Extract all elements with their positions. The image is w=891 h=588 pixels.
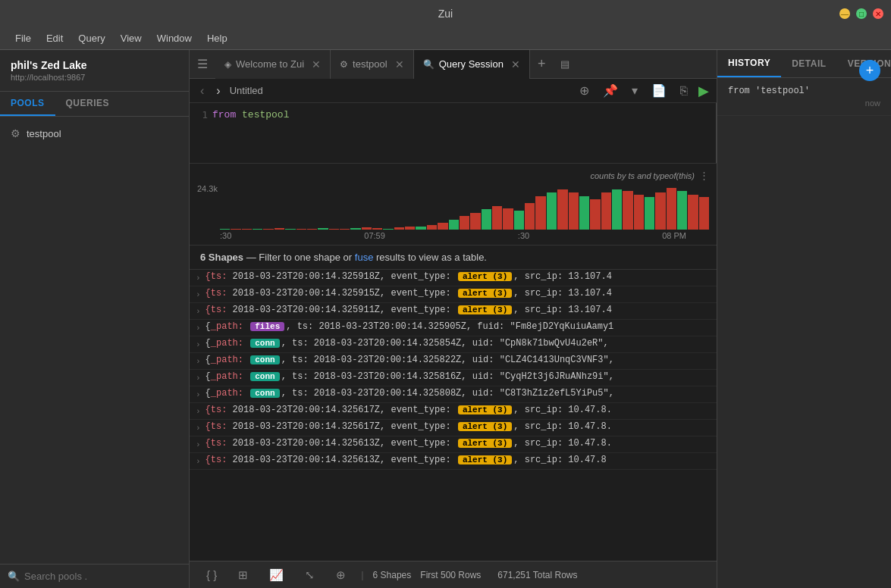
result-row[interactable]: ›{ts: 2018-03-23T20:00:14.325613Z, event… [190,453,717,470]
expand-icon[interactable]: › [196,338,201,349]
result-row[interactable]: ›{ts: 2018-03-23T20:00:14.325613Z, event… [190,436,717,453]
table-view-button[interactable]: ⊞ [232,565,254,585]
search-pools-input[interactable] [24,571,181,582]
code-editor[interactable]: from testpool [212,103,717,163]
expand-icon[interactable]: › [196,421,201,433]
titlebar-controls: — □ ✕ [839,8,883,19]
tab-welcome-close[interactable]: ✕ [312,58,321,70]
chart-bar [634,195,644,230]
merge-view-button[interactable]: ⊕ [330,565,352,585]
menu-query[interactable]: Query [71,33,112,44]
json-view-button[interactable]: { } [200,565,223,584]
expand-icon[interactable]: › [196,388,201,399]
result-row[interactable]: ›{ts: 2018-03-23T20:00:14.325918Z, event… [190,270,717,286]
result-row[interactable]: ›{_path: conn, ts: 2018-03-23T20:00:14.3… [190,336,717,353]
sidebar-item-testpool[interactable]: ⚙ testpool [0,123,189,144]
chart-bar [372,228,382,230]
doc-icon[interactable]: 📄 [648,82,670,99]
tab-testpool-close[interactable]: ✕ [395,58,404,70]
tab-bar: ☰ ◈ Welcome to Zui ✕ ⚙ testpool ✕ 🔍 Quer… [190,50,717,79]
result-row[interactable]: ›{ts: 2018-03-23T20:00:14.325911Z, event… [190,303,717,320]
tab-history[interactable]: HISTORY [717,50,781,77]
history-time: now [728,99,880,108]
sidebar-tab-queries[interactable]: QUERIES [55,92,121,116]
close-button[interactable]: ✕ [873,8,883,19]
run-button[interactable]: ▶ [698,83,709,99]
chart-menu-button[interactable]: ⋮ [699,170,709,181]
result-row[interactable]: ›{_path: conn, ts: 2018-03-23T20:00:14.3… [190,370,717,386]
menu-help[interactable]: Help [199,33,235,44]
expand-icon[interactable]: › [196,321,201,333]
result-row[interactable]: ›{_path: files, ts: 2018-03-23T20:00:14.… [190,320,717,336]
maximize-button[interactable]: □ [856,8,867,19]
result-row[interactable]: ›{ts: 2018-03-23T20:00:14.325915Z, event… [190,286,717,303]
chart-bar [699,197,709,230]
app-title: Zui [438,8,453,20]
back-button[interactable]: ‹ [197,83,207,99]
result-row[interactable]: ›{_path: conn, ts: 2018-03-23T20:00:14.3… [190,353,717,370]
menu-view[interactable]: View [113,33,149,44]
tab-query-icon: 🔍 [423,59,435,70]
expand-icon[interactable]: › [196,455,201,466]
tab-query-label: Query Session [439,58,504,70]
chart-bar [253,229,262,230]
tab-query-session[interactable]: 🔍 Query Session ✕ [414,50,530,79]
sidebar-header: phil's Zed Lake http://localhost:9867 + [0,50,189,92]
chart-bar [557,189,567,230]
code-editor-area: 1 from testpool [190,103,717,164]
expand-icon[interactable]: › [196,405,201,416]
sidebar-tab-pools[interactable]: POOLS [0,92,55,116]
new-tab-button[interactable]: + [530,56,554,72]
result-row[interactable]: ›{ts: 2018-03-23T20:00:14.325617Z, event… [190,403,717,420]
expand-icon[interactable]: › [196,305,201,316]
expand-icon[interactable]: › [196,271,201,283]
tab-query-close[interactable]: ✕ [511,58,520,70]
code-keyword: from [212,109,236,120]
chart-bar [470,213,480,230]
chart-view-button[interactable]: 📈 [263,565,290,585]
chart-bar [362,227,372,230]
forward-button[interactable]: › [213,83,223,99]
expand-icon[interactable]: › [196,355,201,366]
titlebar: Zui — □ ✕ [0,0,891,27]
chart-x-label-4: 08 PM [662,231,686,240]
chart-bar [329,229,339,230]
minimize-button[interactable]: — [839,8,850,19]
menu-file[interactable]: File [8,33,39,44]
fuse-link[interactable]: fuse [355,252,374,263]
expand-view-button[interactable]: ⤡ [299,565,321,585]
result-row[interactable]: ›{_path: conn, ts: 2018-03-23T20:00:14.3… [190,386,717,403]
chart-bar [677,191,687,230]
expand-icon[interactable]: › [196,371,201,383]
chart-bar [460,216,469,230]
pin-icon[interactable]: 📌 [600,82,621,99]
share-icon[interactable]: ⎘ [677,83,691,99]
expand-icon[interactable]: › [196,288,201,299]
editor-header: ‹ › Untitled ⊕ 📌 ▾ 📄 ⎘ ▶ [190,79,717,103]
sidebar-items-list: ⚙ testpool [0,117,189,564]
sidebar-toggle-icon[interactable]: ☰ [190,57,215,71]
tab-welcome[interactable]: ◈ Welcome to Zui ✕ [215,50,331,79]
code-value: testpool [242,109,289,120]
menu-window[interactable]: Window [149,33,199,44]
status-total: 671,251 Total Rows [497,570,577,580]
add-button[interactable]: + [859,60,880,81]
chart-x-label-1: :30 [220,231,231,240]
expand-icon[interactable]: › [196,438,201,449]
result-content: {ts: 2018-03-23T20:00:14.325617Z, event_… [205,421,711,432]
tab-detail[interactable]: DETAIL [781,51,836,77]
tab-testpool[interactable]: ⚙ testpool ✕ [331,50,414,79]
chart-bar [275,228,284,230]
results-header: 6 Shapes — Filter to one shape or fuse r… [190,246,717,270]
chart-x-label-2: 07:59 [364,231,385,240]
result-content: {_path: files, ts: 2018-03-23T20:00:14.3… [205,321,711,332]
add-doc-icon[interactable]: ⊕ [576,82,592,99]
menu-edit[interactable]: Edit [39,33,71,44]
line-numbers: 1 [190,103,212,163]
dropdown-icon[interactable]: ▾ [629,82,641,99]
result-row[interactable]: ›{ts: 2018-03-23T20:00:14.325617Z, event… [190,420,717,436]
chart-bar [383,229,393,230]
chart-header: counts by ts and typeof(this) ⋮ [197,170,709,181]
tab-welcome-label: Welcome to Zui [236,58,304,70]
panel-toggle-icon[interactable]: ▤ [553,58,577,70]
